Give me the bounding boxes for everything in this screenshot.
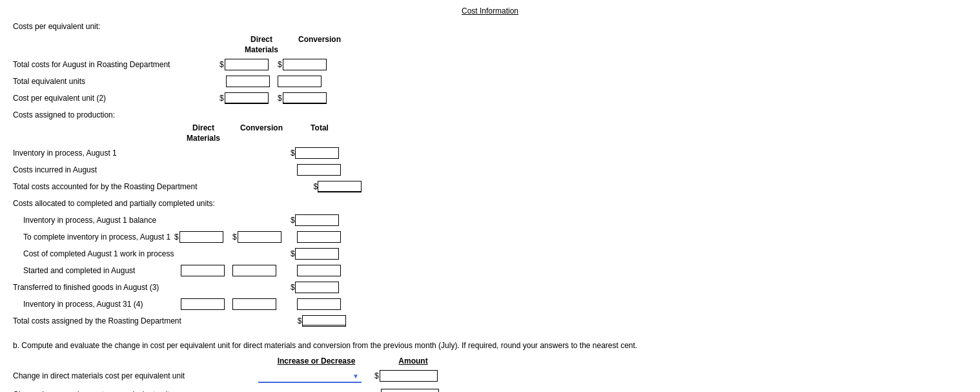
input-cell-conv-started <box>232 265 291 276</box>
input-cell-dm-1: $ <box>219 59 278 70</box>
input-total-started[interactable] <box>297 265 341 276</box>
row-inv-aug31: Inventory in process, August 31 (4) <box>13 297 967 311</box>
total-inv-aug1-balance: $ <box>291 214 349 226</box>
conv-header-3: Conversion <box>232 123 291 143</box>
input-conv-total-costs[interactable] <box>283 59 327 70</box>
row-costs-incurred: Costs incurred in August <box>13 163 967 177</box>
label-costs-incurred: Costs incurred in August <box>13 165 174 174</box>
input-cell-conv-aug31 <box>232 298 291 310</box>
select-wrapper-conv[interactable]: Increase Decrease <box>258 387 362 392</box>
row-section-header-allocated: Costs allocated to completed and partial… <box>13 196 967 211</box>
input-total-inv-aug1-balance[interactable] <box>295 214 339 226</box>
label-total-accounted: Total costs accounted for by the Roastin… <box>13 182 198 191</box>
input-cell-dm-started <box>174 265 232 276</box>
amount-cell-conv <box>374 389 439 392</box>
row-started-completed: Started and completed in August <box>13 263 967 278</box>
row-transferred: Transferred to finished goods in August … <box>13 280 967 294</box>
input-total-costs-incurred[interactable] <box>297 164 341 176</box>
input-total-inv-aug1[interactable] <box>295 147 339 159</box>
amount-header: Amount <box>374 356 452 366</box>
label-total-assigned: Total costs assigned by the Roasting Dep… <box>13 316 181 325</box>
input-cell-dm-aug31 <box>174 298 232 310</box>
total-transferred: $ <box>291 282 349 293</box>
input-total-inv-aug31[interactable] <box>297 298 341 310</box>
input-cell-conv-3: $ <box>278 92 336 104</box>
input-total-cost-completed-aug1[interactable] <box>295 248 339 260</box>
input-conv-aug31[interactable] <box>232 298 276 310</box>
part-b: b. Compute and evaluate the change in co… <box>13 341 967 392</box>
input-total-assigned[interactable] <box>302 315 346 327</box>
part-b-headers: Increase or Decrease Amount <box>258 356 967 366</box>
total-to-complete <box>291 231 349 243</box>
row-total-assigned: Total costs assigned by the Roasting Dep… <box>13 314 967 328</box>
input-total-accounted[interactable] <box>318 181 362 192</box>
costs-per-eu-label: Costs per equivalent unit: <box>13 22 967 31</box>
input-cell-conv-to-complete: $ <box>232 231 291 243</box>
label-total-costs-august: Total costs for August in Roasting Depar… <box>13 60 219 69</box>
row-inv-aug1-balance: Inventory in process, August 1 balance $ <box>13 213 967 227</box>
input-cell-dm-2 <box>219 76 278 87</box>
conversion-header: Conversion <box>291 35 349 55</box>
total-costs-incurred <box>291 164 349 176</box>
select-wrapper-dm[interactable]: Increase Decrease <box>258 369 362 383</box>
label-to-complete-inv: To complete inventory in process, August… <box>13 232 174 242</box>
input-conv-cost-per-eu[interactable] <box>283 92 327 104</box>
input-dm-aug31[interactable] <box>181 298 225 310</box>
page-title: Cost Information <box>13 6 967 15</box>
row-to-complete-inv: To complete inventory in process, August… <box>13 230 967 244</box>
input-cell-conv-2 <box>278 76 336 87</box>
col-headers: DirectMaterials Conversion <box>232 35 967 55</box>
label-section-allocated: Costs allocated to completed and partial… <box>13 199 215 208</box>
input-dm-total-costs[interactable] <box>225 59 269 70</box>
row-total-costs-august: Total costs for August in Roasting Depar… <box>13 57 967 72</box>
label-cost-per-eu: Cost per equivalent unit (2) <box>13 94 219 103</box>
increase-decrease-header: Increase or Decrease <box>258 356 374 366</box>
costs-assigned-label: Costs assigned to production: <box>13 110 967 119</box>
row-cost-completed-aug1: Cost of completed August 1 work in proce… <box>13 247 967 261</box>
input-cell-dm-to-complete: $ <box>174 231 232 243</box>
cost-info-section: Costs per equivalent unit: DirectMateria… <box>13 22 967 328</box>
label-inv-aug1-balance: Inventory in process, August 1 balance <box>13 216 174 225</box>
row-change-dm: Change in direct materials cost per equi… <box>13 368 967 384</box>
label-started-completed: Started and completed in August <box>13 266 174 275</box>
input-conv-to-complete[interactable] <box>238 231 281 243</box>
input-dm-eu[interactable] <box>226 76 270 87</box>
amount-cell-dm: $ <box>374 370 438 382</box>
direct-materials-header: DirectMaterials <box>232 35 291 55</box>
input-dm-cost-per-eu[interactable] <box>225 92 269 104</box>
part-b-description: b. Compute and evaluate the change in co… <box>13 341 967 350</box>
row-total-accounted: Total costs accounted for by the Roastin… <box>13 180 967 194</box>
label-transferred: Transferred to finished goods in August … <box>13 283 174 292</box>
label-change-dm: Change in direct materials cost per equi… <box>13 371 258 380</box>
row-cost-per-eu: Cost per equivalent unit (2) $ $ <box>13 91 967 105</box>
input-amount-dm[interactable] <box>380 370 438 382</box>
select-conv[interactable]: Increase Decrease <box>258 387 362 392</box>
label-inv-aug1: Inventory in process, August 1 <box>13 149 174 158</box>
total-assigned: $ <box>298 315 356 327</box>
label-total-eu: Total equivalent units <box>13 77 219 86</box>
col-headers-3: DirectMaterials Conversion Total <box>174 123 967 143</box>
total-cost-completed-aug1: $ <box>291 248 349 260</box>
input-cell-dm-3: $ <box>219 92 278 104</box>
total-started <box>291 265 349 276</box>
label-inv-aug31: Inventory in process, August 31 (4) <box>13 300 174 309</box>
input-dm-started[interactable] <box>181 265 225 276</box>
row-change-conv: Change in conversion cost per equivalent… <box>13 387 967 392</box>
total-inv-aug1: $ <box>291 147 349 159</box>
input-total-transferred[interactable] <box>295 282 339 293</box>
label-cost-completed-aug1: Cost of completed August 1 work in proce… <box>13 249 174 258</box>
select-dm[interactable]: Increase Decrease <box>258 369 362 383</box>
input-dm-to-complete[interactable] <box>179 231 223 243</box>
input-total-to-complete[interactable] <box>297 231 341 243</box>
total-header-3: Total <box>291 123 349 143</box>
row-inv-aug1: Inventory in process, August 1 $ <box>13 146 967 160</box>
total-inv-aug31 <box>291 298 349 310</box>
total-accounted: $ <box>314 181 372 192</box>
row-total-eu: Total equivalent units <box>13 74 967 88</box>
input-amount-conv[interactable] <box>381 389 439 392</box>
dm-header-3: DirectMaterials <box>174 123 232 143</box>
input-cell-conv-1: $ <box>278 59 336 70</box>
input-conv-eu[interactable] <box>278 76 322 87</box>
input-conv-started[interactable] <box>232 265 276 276</box>
